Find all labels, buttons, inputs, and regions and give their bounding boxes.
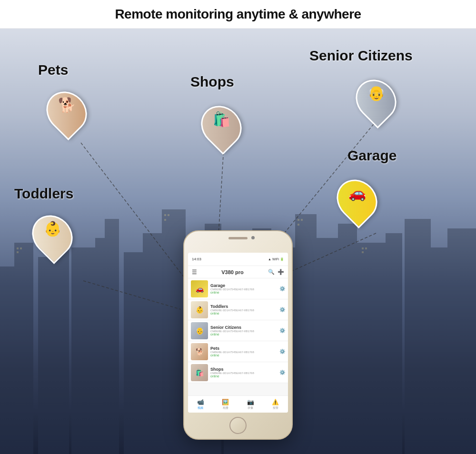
app-title-bar: ☰ V380 pro 🔍 ➕ <box>188 266 288 278</box>
svg-rect-22 <box>428 247 450 454</box>
camera-info-pets: Pets CM8E8E-3D1A7545EA67-8B1768 online <box>210 346 277 357</box>
shops-label: Shops <box>190 74 234 90</box>
toddlers-label: Toddlers <box>14 186 73 202</box>
camera-status-toddlers: online <box>210 312 277 315</box>
pets-label: Pets <box>38 62 68 78</box>
page-title: Remote monitoring anytime & anywhere <box>115 7 361 22</box>
gear-icon-shops[interactable]: ⚙️ <box>279 370 285 375</box>
svg-rect-9 <box>143 233 162 454</box>
nav-record[interactable]: 📷 录像 <box>238 399 263 410</box>
camera-status-garage: online <box>210 291 277 294</box>
svg-rect-10 <box>162 209 186 454</box>
svg-rect-35 <box>298 224 299 226</box>
phone-speaker <box>228 237 248 239</box>
svg-rect-37 <box>365 247 367 249</box>
gear-icon-garage[interactable]: ⚙️ <box>279 286 285 291</box>
senior-citizens-label: Senior Citizens <box>309 48 413 64</box>
camera-thumb-senior: 👴 <box>191 322 208 339</box>
svg-rect-2 <box>14 243 33 454</box>
nav-video[interactable]: 📹 视频 <box>188 399 213 410</box>
svg-rect-30 <box>164 214 166 216</box>
album-nav-icon: 🖼️ <box>222 399 229 405</box>
camera-thumb-garage: 🚗 <box>191 280 208 297</box>
nav-album[interactable]: 🖼️ 相册 <box>213 399 238 410</box>
phone-body: 14:03 ▲WiFi🔋 ☰ V380 pro 🔍 ➕ 🚗 <box>183 230 293 440</box>
camera-name-toddlers: Toddlers <box>210 304 277 309</box>
alarm-nav-icon: ⚠️ <box>272 399 279 405</box>
svg-rect-16 <box>295 214 317 454</box>
camera-item-shops[interactable]: 🛍️ Shops CM8E8E-3D1A7545EA67-8B1768 onli… <box>188 362 288 383</box>
camera-info-shops: Shops CM8E8E-3D1A7545EA67-8B1768 online <box>210 367 277 378</box>
camera-thumb-pets: 🐕 <box>191 343 208 360</box>
search-icon[interactable]: 🔍 <box>268 269 275 275</box>
camera-name-pets: Pets <box>210 346 277 351</box>
svg-rect-17 <box>314 238 338 454</box>
camera-name-senior: Senior Citizens <box>210 325 277 330</box>
camera-item-garage[interactable]: 🚗 Garage CM8E8E-3D1A7545EA67-8B1768 onli… <box>188 278 288 299</box>
phone-camera <box>251 236 255 239</box>
svg-rect-19 <box>357 243 386 454</box>
garage-pin: 🚗 <box>338 178 376 221</box>
nav-alarm[interactable]: ⚠️ 报警 <box>263 399 288 410</box>
svg-rect-25 <box>20 247 22 249</box>
phone-screen: 14:03 ▲WiFi🔋 ☰ V380 pro 🔍 ➕ 🚗 <box>188 253 288 413</box>
camera-info-senior: Senior Citizens CM8E8E-3D1A7545EA67-8B17… <box>210 325 277 336</box>
svg-rect-20 <box>386 233 402 454</box>
app-signal-icons: ▲WiFi🔋 <box>268 257 284 261</box>
phone-mockup: 14:03 ▲WiFi🔋 ☰ V380 pro 🔍 ➕ 🚗 <box>183 230 293 440</box>
app-title: V380 pro <box>221 269 243 275</box>
camera-item-toddlers[interactable]: 👶 Toddlers CM8E8E-3D1A7545EA67-8B1768 on… <box>188 299 288 320</box>
svg-rect-36 <box>362 247 364 249</box>
toddlers-pin: 👶 <box>33 214 71 257</box>
camera-status-shops: online <box>210 375 277 378</box>
record-nav-icon: 📷 <box>247 399 254 405</box>
camera-item-pets[interactable]: 🐕 Pets CM8E8E-3D1A7545EA67-8B1768 online… <box>188 341 288 362</box>
svg-rect-24 <box>17 247 19 249</box>
camera-info-garage: Garage CM8E8E-3D1A7545EA67-8B1768 online <box>210 283 277 294</box>
svg-rect-32 <box>164 219 166 221</box>
pets-pin: 🐕 <box>48 90 86 133</box>
camera-status-senior: online <box>210 333 277 336</box>
senior-citizens-pin: 👴 <box>357 79 395 121</box>
svg-rect-7 <box>105 219 119 454</box>
gear-icon-pets[interactable]: ⚙️ <box>279 349 285 354</box>
camera-list: 🚗 Garage CM8E8E-3D1A7545EA67-8B1768 onli… <box>188 278 288 383</box>
gear-icon-senior[interactable]: ⚙️ <box>279 328 285 333</box>
svg-rect-38 <box>362 251 364 253</box>
svg-rect-18 <box>338 224 357 454</box>
app-time: 14:03 <box>192 257 201 261</box>
svg-rect-33 <box>298 219 299 221</box>
add-icon[interactable]: ➕ <box>278 269 284 275</box>
phone-home-button[interactable] <box>229 417 247 434</box>
svg-rect-21 <box>405 219 431 454</box>
svg-rect-34 <box>301 219 303 221</box>
app-bottom-nav: 📹 视频 🖼️ 相册 📷 录像 ⚠️ 报警 <box>188 395 288 413</box>
svg-rect-31 <box>168 214 169 216</box>
camera-name-garage: Garage <box>210 283 277 288</box>
svg-rect-23 <box>447 228 476 454</box>
title-bar: Remote monitoring anytime & anywhere <box>0 0 476 29</box>
garage-label: Garage <box>347 148 397 164</box>
app-menu-icon[interactable]: ☰ <box>192 269 197 276</box>
camera-thumb-shops: 🛍️ <box>191 364 208 381</box>
camera-status-pets: online <box>210 354 277 357</box>
app-action-icons: 🔍 ➕ <box>268 269 284 275</box>
app-status-bar: 14:03 ▲WiFi🔋 <box>188 253 288 266</box>
gear-icon-toddlers[interactable]: ⚙️ <box>279 307 285 312</box>
camera-item-senior[interactable]: 👴 Senior Citizens CM8E8E-3D1A7545EA67-8B… <box>188 320 288 341</box>
video-nav-icon: 📹 <box>197 399 204 405</box>
camera-thumb-toddlers: 👶 <box>191 301 208 318</box>
camera-info-toddlers: Toddlers CM8E8E-3D1A7545EA67-8B1768 onli… <box>210 304 277 315</box>
shops-pin: 🛍️ <box>202 105 240 148</box>
camera-name-shops: Shops <box>210 367 277 372</box>
svg-rect-26 <box>17 251 19 253</box>
